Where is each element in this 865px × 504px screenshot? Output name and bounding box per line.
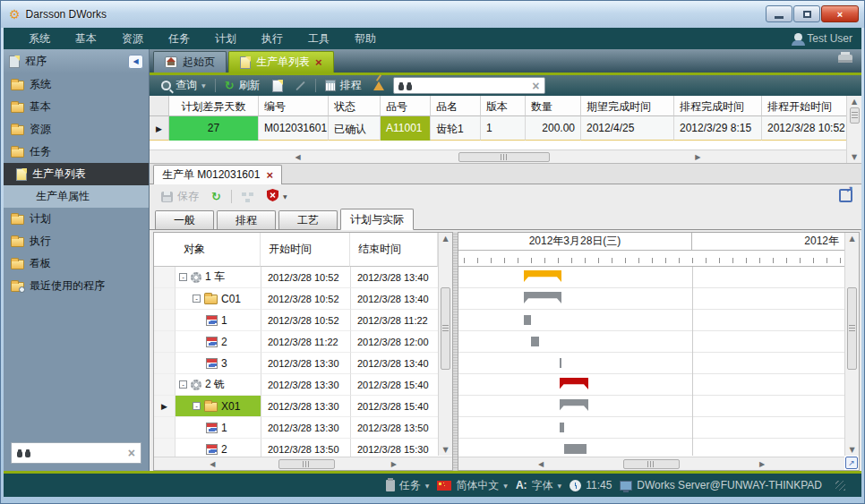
menu-item-2[interactable]: 资源 xyxy=(109,32,156,45)
clear-search-icon[interactable]: × xyxy=(532,80,539,92)
collapse-node-icon[interactable]: - xyxy=(179,380,187,389)
tree-row-5[interactable]: -2 铣2012/3/28 13:302012/3/28 15:40 xyxy=(154,374,452,396)
collapse-node-icon[interactable]: - xyxy=(179,273,187,281)
monitor-icon xyxy=(620,481,632,491)
status-item-2[interactable]: A:字体▼ xyxy=(516,478,561,493)
sidebar-item-3[interactable]: 任务 xyxy=(4,141,149,163)
scroll-thumb[interactable] xyxy=(458,152,549,162)
gantt-vertical-scrollbar[interactable]: ▲ ▼ xyxy=(844,233,859,456)
menu-item-4[interactable]: 计划 xyxy=(202,32,249,45)
sidebar-item-0[interactable]: 系统 xyxy=(4,73,149,96)
gantt-task-bar[interactable] xyxy=(560,423,564,432)
tree-row-4[interactable]: 32012/3/28 13:302012/3/28 13:40 xyxy=(154,353,452,374)
column-header: 排程开始时间 xyxy=(762,96,848,116)
task-icon xyxy=(206,423,218,433)
start-time-cell: 2012/3/28 13:30 xyxy=(261,396,350,417)
menu-item-3[interactable]: 任务 xyxy=(156,32,202,45)
tree-row-0[interactable]: -1 车2012/3/28 10:522012/3/28 13:40 xyxy=(154,267,452,288)
clear-search-icon[interactable]: × xyxy=(128,447,135,459)
doc-toolbar-button-3[interactable] xyxy=(239,192,257,202)
sidebar-item-1[interactable]: 基本 xyxy=(4,96,149,118)
subtab-0[interactable]: 一般 xyxy=(155,210,214,229)
tree-row-6[interactable]: ▶-X012012/3/28 13:302012/3/28 15:40 xyxy=(154,396,452,417)
tree-node-label: 2 铣 xyxy=(205,377,225,392)
tree-horizontal-scrollbar[interactable]: ◀ ▶ xyxy=(154,457,452,470)
maximize-button[interactable] xyxy=(793,5,820,22)
保存-button[interactable]: 保存 xyxy=(158,189,201,204)
排程-button[interactable]: 排程 xyxy=(322,78,364,93)
scroll-thumb[interactable] xyxy=(441,287,450,370)
sidebar-item-6[interactable]: 计划 xyxy=(4,208,149,230)
gantt-task-bar[interactable] xyxy=(560,358,562,368)
tree-vertical-scrollbar[interactable]: ▲ ▼ xyxy=(438,233,452,456)
subtab-1[interactable]: 排程 xyxy=(217,210,276,229)
toolbar-button-7[interactable] xyxy=(371,81,387,90)
close-button[interactable]: × xyxy=(821,5,859,22)
tree-row-2[interactable]: 12012/3/28 10:522012/3/28 11:22 xyxy=(154,310,452,331)
刷新-button[interactable]: ↻刷新 xyxy=(222,78,263,93)
sidebar-item-2[interactable]: 资源 xyxy=(4,118,149,141)
tree-row-1[interactable]: -C012012/3/28 10:522012/3/28 13:40 xyxy=(154,288,452,310)
gantt-summary-bar[interactable] xyxy=(560,378,589,389)
end-time-cell: 2012/3/28 11:22 xyxy=(350,310,438,331)
doc-toolbar-button-1[interactable]: ↻ xyxy=(209,191,224,202)
sidebar-search-input[interactable] xyxy=(36,447,123,459)
subtab-3[interactable]: 计划与实际 xyxy=(340,209,414,230)
popout-icon[interactable] xyxy=(839,189,852,202)
schedule-icon xyxy=(325,80,336,91)
printer-icon[interactable] xyxy=(838,55,852,63)
gantt-horizontal-scrollbar[interactable]: ◀ ▶ xyxy=(458,457,844,470)
grid-horizontal-scrollbar[interactable]: ◀ ▶ xyxy=(150,149,846,163)
popout-gantt-icon[interactable]: ↗ xyxy=(845,457,858,469)
table-row[interactable]: ▶27M012031601已确认A11001齿轮11200.002012/4/2… xyxy=(150,116,861,141)
gantt-task-bar[interactable] xyxy=(531,337,540,346)
window-controls: × xyxy=(766,5,859,22)
sidebar-item-8[interactable]: 看板 xyxy=(4,252,149,275)
edit-icon xyxy=(295,81,305,90)
menu-item-5[interactable]: 执行 xyxy=(249,32,295,45)
status-item-3: 11:45 xyxy=(570,479,612,491)
tree-row-3[interactable]: 22012/3/28 11:222012/3/28 12:00 xyxy=(154,331,452,353)
resize-grip[interactable] xyxy=(835,481,845,491)
scroll-thumb[interactable] xyxy=(278,459,336,469)
document-tab[interactable]: 生产单 M012031601 × xyxy=(153,165,282,184)
close-document-icon[interactable]: × xyxy=(266,169,273,181)
toolbar-button-3[interactable] xyxy=(270,80,286,92)
minimize-button[interactable] xyxy=(766,5,792,22)
user-indicator[interactable]: Test User xyxy=(794,32,852,45)
status-item-1[interactable]: 简体中文▼ xyxy=(437,478,508,493)
gantt-summary-bar[interactable] xyxy=(524,270,561,282)
gantt-summary-bar[interactable] xyxy=(524,292,561,303)
collapse-node-icon[interactable]: - xyxy=(193,402,201,410)
sidebar-item-5[interactable]: 生产单属性 xyxy=(4,185,149,208)
sidebar-collapse-button[interactable]: ◀ xyxy=(128,55,143,69)
gantt-summary-bar[interactable] xyxy=(560,399,589,411)
collapse-node-icon[interactable]: - xyxy=(193,295,201,303)
menu-item-0[interactable]: 系统 xyxy=(16,32,63,45)
close-tab-icon[interactable]: × xyxy=(315,56,322,68)
toolbar-button-4[interactable] xyxy=(292,85,309,87)
scroll-thumb[interactable] xyxy=(850,107,860,124)
scroll-up-icon: ▲ xyxy=(847,96,861,107)
tab-0[interactable]: 起始页 xyxy=(153,51,227,73)
folder-clock-icon xyxy=(11,282,24,292)
gantt-task-bar[interactable] xyxy=(524,315,531,325)
menu-item-1[interactable]: 基本 xyxy=(63,32,109,45)
folder-icon xyxy=(11,148,24,158)
scroll-thumb[interactable] xyxy=(623,459,680,469)
tree-row-7[interactable]: 12012/3/28 13:302012/3/28 13:50 xyxy=(154,417,452,439)
gantt-task-bar[interactable] xyxy=(564,444,587,454)
tab-1[interactable]: 生产单列表× xyxy=(228,51,334,73)
grid-vertical-scrollbar[interactable]: ▲ ▼ xyxy=(846,96,861,163)
sidebar-item-9[interactable]: 最近使用的程序 xyxy=(4,275,149,297)
doc-toolbar-button-4[interactable]: ▼ xyxy=(264,189,290,204)
scroll-thumb[interactable] xyxy=(847,287,857,370)
status-item-0[interactable]: 任务▼ xyxy=(386,478,430,493)
menu-item-6[interactable]: 工具 xyxy=(295,32,342,45)
sidebar-item-7[interactable]: 执行 xyxy=(4,230,149,252)
menu-item-7[interactable]: 帮助 xyxy=(342,32,389,45)
sidebar-item-4[interactable]: 生产单列表 xyxy=(4,163,149,185)
查询-button[interactable]: 查询▼ xyxy=(158,78,209,93)
subtab-2[interactable]: 工艺 xyxy=(278,210,338,229)
toolbar-search-input[interactable] xyxy=(416,81,528,91)
